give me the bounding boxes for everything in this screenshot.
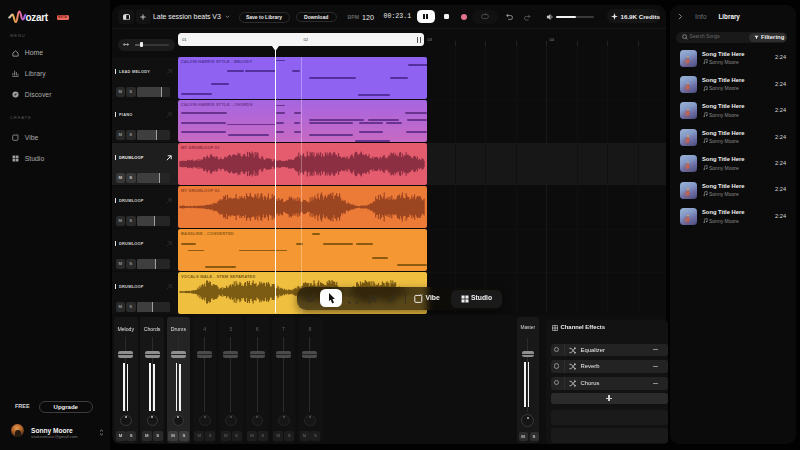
svg-text:ozart: ozart [26, 12, 49, 23]
